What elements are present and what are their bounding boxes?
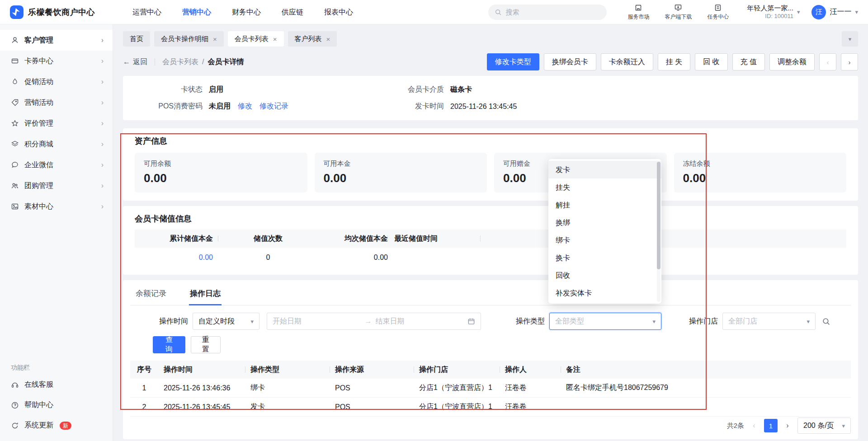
tab-card-operation-detail[interactable]: 会员卡操作明细 ×: [154, 31, 224, 47]
prev-record-button[interactable]: ‹: [819, 53, 836, 70]
stat-available-balance: 可用余额 0.00: [135, 153, 307, 192]
table-row: 2 2025-11-26 13:45:45 发卡 POS 分店1（宁波直营店）1…: [130, 398, 851, 417]
dropdown-option-issue-card[interactable]: 发卡: [548, 161, 661, 178]
dropdown-option-recycle[interactable]: 回收: [548, 267, 661, 284]
task-center-button[interactable]: 任务中心: [698, 4, 738, 21]
dropdown-option-unfreeze[interactable]: 解挂: [548, 196, 661, 214]
sidebar-item-help-center[interactable]: 帮助中心: [0, 395, 113, 415]
change-card-type-button[interactable]: 修改卡类型: [487, 53, 539, 70]
pos-password-value: 未启用: [209, 102, 231, 111]
chevron-down-icon: ▾: [250, 319, 254, 324]
close-icon[interactable]: ×: [273, 35, 277, 43]
sidebar-item-promotions[interactable]: 促销活动 ›: [0, 71, 113, 92]
rebind-card-button[interactable]: 换绑会员卡: [544, 53, 596, 70]
sidebar-item-marketing-campaigns[interactable]: 营销活动 ›: [0, 92, 113, 113]
top-nav: 运营中心 营销中心 财务中心 供应链 报表中心: [122, 0, 363, 24]
breadcrumb-separator: /: [202, 58, 204, 66]
sidebar-item-material-center[interactable]: 素材中心 ›: [0, 196, 113, 217]
page-size-select[interactable]: 200 条/页 ▾: [797, 418, 851, 434]
stored-value-title: 会员卡储值信息: [135, 213, 846, 224]
account-id: ID: 100011: [765, 13, 793, 20]
service-market-button[interactable]: 服务市场: [618, 4, 658, 21]
operation-type-select[interactable]: 全部类型 ▾: [549, 313, 661, 330]
tab-customer-list[interactable]: 客户列表 ×: [288, 31, 337, 47]
nav-operation-center[interactable]: 运营中心: [122, 0, 172, 24]
image-icon: [11, 202, 19, 211]
back-button[interactable]: ← 返回: [123, 57, 147, 67]
tab-member-card-list[interactable]: 会员卡列表 ×: [228, 31, 284, 47]
sidebar-item-review-management[interactable]: 评价管理 ›: [0, 113, 113, 134]
account-name: 年轻人第一家...: [747, 4, 793, 13]
log-table: 序号 操作时间 操作类型 操作来源 操作门店 操作人 备注 1 2025-11-…: [130, 361, 851, 417]
tab-operation-log[interactable]: 操作日志: [189, 286, 222, 305]
logo-icon: [10, 5, 24, 19]
sidebar-item-customer-management[interactable]: 客户管理 ›: [0, 30, 113, 51]
chat-icon: [11, 161, 19, 169]
chevron-right-icon: ›: [101, 182, 104, 190]
total-count: 共2条: [727, 422, 744, 430]
app-title: 乐檬餐饮商户中心: [28, 7, 95, 18]
next-page-button[interactable]: ›: [783, 422, 792, 430]
account-switcher[interactable]: 年轻人第一家... ID: 100011 ▾: [747, 4, 800, 20]
report-loss-button[interactable]: 挂 失: [658, 53, 690, 70]
global-search[interactable]: [488, 5, 607, 20]
sidebar-item-points-mall[interactable]: 积分商城 ›: [0, 134, 113, 155]
filter-buttons: 查 询 重 置: [130, 336, 851, 353]
client-download-button[interactable]: 客户端下载: [658, 4, 698, 21]
nav-finance-center[interactable]: 财务中心: [222, 0, 271, 24]
total-stored-principal-link[interactable]: 0.00: [199, 253, 213, 261]
store-search-icon[interactable]: [822, 317, 830, 326]
close-icon[interactable]: ×: [213, 35, 217, 43]
page-1-button[interactable]: 1: [764, 419, 778, 432]
question-icon: [11, 401, 19, 409]
next-record-button[interactable]: ›: [841, 53, 858, 70]
start-date-input[interactable]: 开始日期: [273, 317, 361, 326]
tabs-collapse-button[interactable]: ▾: [842, 31, 858, 47]
dropdown-option-rebind[interactable]: 换绑: [548, 214, 661, 231]
stored-value-header: 累计储值本金 储值次数 均次储值本金 最近储值时间: [135, 230, 846, 248]
new-badge: 新: [60, 422, 71, 430]
close-icon[interactable]: ×: [326, 35, 330, 43]
dropdown-option-report-loss[interactable]: 挂失: [548, 178, 661, 196]
sidebar-item-card-coupon-center[interactable]: 卡券中心 ›: [0, 51, 113, 71]
nav-report-center[interactable]: 报表中心: [314, 0, 363, 24]
nav-marketing-center[interactable]: 营销中心: [172, 0, 222, 24]
breadcrumb-parent[interactable]: 会员卡列表: [162, 57, 198, 67]
adjust-balance-button[interactable]: 调整余额: [769, 53, 815, 70]
modify-link[interactable]: 修改: [238, 102, 252, 111]
assets-title: 资产信息: [135, 136, 846, 146]
tab-home[interactable]: 首页: [123, 31, 150, 47]
dropdown-option-bind-card[interactable]: 绑卡: [548, 231, 661, 249]
sidebar-item-online-support[interactable]: 在线客服: [0, 375, 113, 395]
query-button[interactable]: 查 询: [153, 336, 185, 353]
sidebar-item-system-update[interactable]: 系统更新 新: [0, 415, 113, 436]
balance-transfer-in-button[interactable]: 卡余额迁入: [601, 53, 653, 70]
dropdown-option-reissue-physical-card[interactable]: 补发实体卡: [548, 284, 661, 302]
issue-time-row: 发卡时间 2025-11-26 13:45:45: [397, 102, 846, 111]
user-menu[interactable]: 汪 汪一一 ▾: [811, 5, 858, 19]
star-icon: [11, 119, 19, 127]
recharge-button[interactable]: 充 值: [732, 53, 765, 70]
download-icon: [674, 4, 682, 12]
operation-type-dropdown: 发卡 挂失 解挂 换绑 绑卡 换卡 回收 补发实体卡: [548, 159, 661, 304]
modify-history-link[interactable]: 修改记录: [259, 102, 288, 111]
chevron-right-icon: ›: [101, 99, 104, 107]
date-range-picker[interactable]: 开始日期 → 结束日期: [267, 313, 481, 330]
time-range-select[interactable]: 自定义时段 ▾: [193, 313, 259, 330]
prev-page-button[interactable]: ‹: [750, 422, 759, 430]
scrollbar-thumb[interactable]: [657, 162, 660, 269]
recycle-button[interactable]: 回 收: [695, 53, 727, 70]
stored-value-row: 0.00 0 0.00: [135, 248, 846, 267]
end-date-input[interactable]: 结束日期: [376, 317, 464, 326]
chevron-right-icon: ›: [101, 78, 104, 86]
search-input[interactable]: [505, 8, 600, 16]
top-bar: 乐檬餐饮商户中心 运营中心 营销中心 财务中心 供应链 报表中心 服务市场 客户…: [0, 0, 868, 24]
tab-balance-records[interactable]: 余额记录: [135, 286, 167, 305]
nav-supply-chain[interactable]: 供应链: [271, 0, 314, 24]
operation-store-label: 操作门店: [689, 317, 718, 326]
sidebar-item-group-buy[interactable]: 团购管理 ›: [0, 175, 113, 196]
operation-store-select[interactable]: 全部门店 ▾: [722, 313, 816, 330]
dropdown-option-change-card[interactable]: 换卡: [548, 249, 661, 267]
sidebar-item-wecom[interactable]: 企业微信 ›: [0, 155, 113, 175]
reset-button[interactable]: 重 置: [191, 336, 221, 353]
